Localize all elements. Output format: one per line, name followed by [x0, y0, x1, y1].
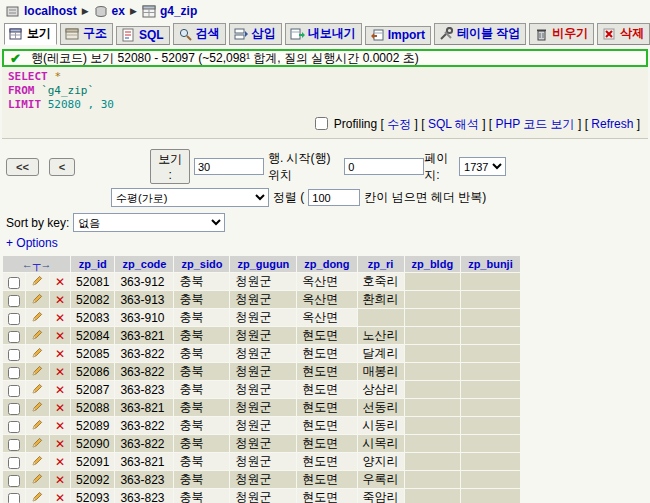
delete-icon[interactable]: ✕ — [55, 401, 65, 415]
column-header-zp_code[interactable]: zp_code — [115, 256, 173, 272]
arrow-left-icon[interactable]: ← — [22, 258, 33, 270]
edit-icon[interactable] — [31, 364, 44, 380]
cell-zp_dong: 현도면 — [297, 345, 356, 362]
row-checkbox[interactable] — [8, 277, 20, 289]
column-header-zp_sido[interactable]: zp_sido — [174, 256, 229, 272]
row-checkbox[interactable] — [8, 439, 20, 451]
tab-비우기[interactable]: 비우기 — [529, 23, 594, 45]
row-checkbox[interactable] — [8, 421, 20, 433]
edit-icon[interactable] — [31, 454, 44, 470]
row-checkbox[interactable] — [8, 295, 20, 307]
cell-zp_sido: 충북 — [174, 291, 229, 308]
start-row-input[interactable] — [344, 158, 424, 175]
tab-보기[interactable]: 보기 — [4, 23, 57, 45]
profiling-link[interactable]: PHP 코드 보기 — [495, 117, 574, 131]
num-rows-input[interactable] — [194, 158, 264, 175]
edit-icon[interactable] — [31, 418, 44, 434]
column-header-zp_ri[interactable]: zp_ri — [358, 256, 404, 272]
tab-구조[interactable]: 구조 — [60, 23, 113, 45]
edit-icon[interactable] — [31, 436, 44, 452]
cell-zp_bunji — [461, 381, 520, 398]
edit-icon[interactable] — [31, 274, 44, 290]
cell-zp_gugun: 청원군 — [230, 273, 296, 290]
breadcrumb-server[interactable]: localhost — [24, 4, 77, 18]
edit-icon[interactable] — [31, 346, 44, 362]
column-header-zp_id[interactable]: zp_id — [71, 256, 114, 272]
cell-zp_sido: 충북 — [174, 435, 229, 452]
tab-삽입[interactable]: 삽입 — [229, 23, 282, 45]
profiling-link[interactable]: Refresh — [591, 117, 633, 131]
show-button[interactable]: 보기 : — [150, 149, 190, 184]
edit-icon[interactable] — [31, 382, 44, 398]
cell-zp_bunji — [461, 309, 520, 326]
tab-label: 내보내기 — [308, 25, 356, 42]
breadcrumb-separator: ▶ — [81, 6, 90, 16]
profiling-link-wrap: PHP 코드 보기 — [489, 117, 585, 131]
delete-icon[interactable]: ✕ — [55, 383, 65, 397]
column-header-zp_bunji[interactable]: zp_bunji — [461, 256, 520, 272]
cell-zp_sido: 충북 — [174, 363, 229, 380]
table-row: ✕52085363-822충북청원군현도면달계리 — [3, 345, 520, 362]
row-checkbox[interactable] — [8, 457, 20, 469]
table-body: ✕52081363-912충북청원군옥산면호죽리✕52082363-913충북청… — [3, 273, 520, 503]
edit-icon[interactable] — [31, 310, 44, 326]
options-toggle-link[interactable]: + Options — [6, 236, 644, 250]
edit-icon[interactable] — [31, 400, 44, 416]
empty-icon — [534, 27, 549, 41]
delete-icon[interactable]: ✕ — [55, 329, 65, 343]
tab-import[interactable]: Import — [365, 26, 431, 45]
row-checkbox[interactable] — [8, 493, 20, 503]
delete-icon[interactable]: ✕ — [55, 419, 65, 433]
column-header-zp_dong[interactable]: zp_dong — [297, 256, 356, 272]
arrow-right-icon[interactable]: → — [40, 258, 51, 270]
sql-star: * — [54, 70, 61, 83]
repeat-headers-input[interactable] — [308, 189, 360, 206]
delete-icon[interactable]: ✕ — [55, 365, 65, 379]
tab-검색[interactable]: 검색 — [173, 23, 226, 45]
cell-zp_bldg — [405, 291, 461, 308]
profiling-link[interactable]: SQL 해석 — [428, 117, 479, 131]
cell-zp_ri: 시목리 — [358, 435, 404, 452]
edit-icon[interactable] — [31, 292, 44, 308]
tab-내보내기[interactable]: 내보내기 — [285, 23, 362, 45]
first-page-button[interactable]: << — [6, 158, 39, 176]
tab-label: 검색 — [196, 25, 220, 42]
breadcrumb-table[interactable]: g4_zip — [160, 4, 197, 18]
delete-icon[interactable]: ✕ — [55, 437, 65, 451]
delete-icon[interactable]: ✕ — [55, 275, 65, 289]
page-select[interactable]: 1737 — [459, 157, 506, 176]
row-checkbox[interactable] — [8, 367, 20, 379]
column-move-control[interactable]: ←┬→ — [3, 256, 70, 272]
edit-icon[interactable] — [31, 490, 44, 503]
profiling-label: Profiling — [334, 117, 377, 131]
row-checkbox[interactable] — [8, 313, 20, 325]
delete-icon[interactable]: ✕ — [55, 473, 65, 487]
tab-sql[interactable]: SQL — [116, 26, 170, 45]
profiling-link[interactable]: 수정 — [387, 117, 411, 131]
delete-icon[interactable]: ✕ — [55, 491, 65, 503]
delete-icon[interactable]: ✕ — [55, 311, 65, 325]
delete-icon[interactable]: ✕ — [55, 347, 65, 361]
profiling-checkbox[interactable] — [315, 117, 328, 130]
display-mode-select[interactable]: 수평(가로) — [111, 188, 269, 207]
sort-by-key-select[interactable]: 없음 — [73, 213, 225, 232]
edit-icon[interactable] — [31, 328, 44, 344]
row-checkbox[interactable] — [8, 331, 20, 343]
row-checkbox[interactable] — [8, 385, 20, 397]
prev-page-button[interactable]: < — [49, 158, 75, 176]
cell-zp_dong: 현도면 — [297, 471, 356, 488]
edit-icon[interactable] — [31, 472, 44, 488]
import-icon — [370, 28, 385, 42]
tab-테이블-작업[interactable]: 테이블 작업 — [434, 23, 526, 45]
delete-icon[interactable]: ✕ — [55, 293, 65, 307]
cell-zp_dong: 현도면 — [297, 399, 356, 416]
row-checkbox[interactable] — [8, 349, 20, 361]
row-checkbox[interactable] — [8, 475, 20, 487]
row-checkbox[interactable] — [8, 403, 20, 415]
column-header-zp_bldg[interactable]: zp_bldg — [405, 256, 461, 272]
column-header-zp_gugun[interactable]: zp_gugun — [230, 256, 296, 272]
tab-삭제[interactable]: 삭제 — [597, 23, 650, 45]
breadcrumb-database[interactable]: ex — [112, 4, 125, 18]
delete-icon[interactable]: ✕ — [55, 455, 65, 469]
cell-zp_sido: 충북 — [174, 399, 229, 416]
